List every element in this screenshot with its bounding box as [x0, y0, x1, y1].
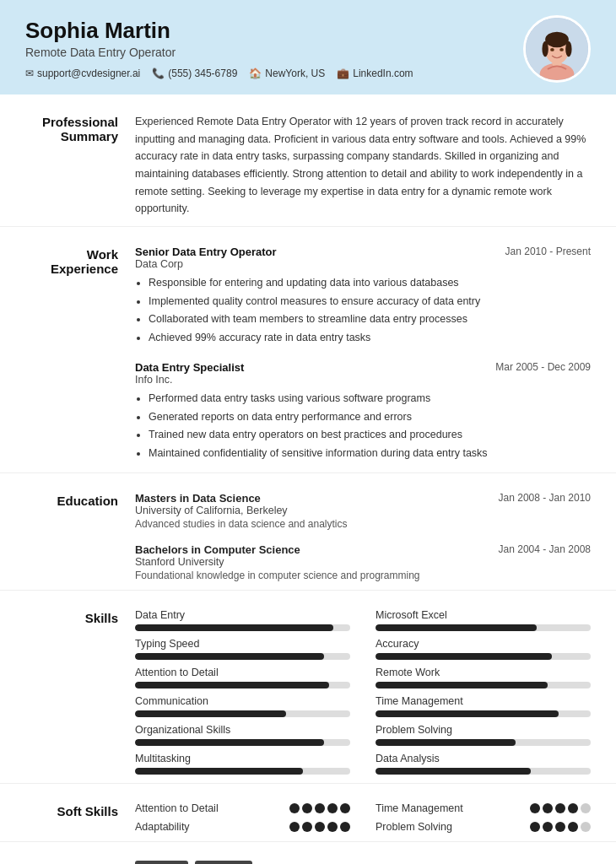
- soft-skill-name: Time Management: [376, 802, 463, 814]
- header-section: Sophia Martin Remote Data Entry Operator…: [0, 0, 616, 94]
- filled-dot: [568, 822, 578, 832]
- skill-item: Remote Work: [376, 667, 591, 688]
- soft-skill-item: Adaptability: [135, 821, 350, 833]
- job-bullets: Performed data entry tasks using various…: [135, 391, 591, 462]
- contact-text: (555) 345-6789: [168, 68, 237, 79]
- edu-desc: Advanced studies in data science and ana…: [135, 518, 591, 530]
- bullet-item: Trained new data entry operators on best…: [149, 427, 591, 443]
- skill-bar-bg: [376, 682, 591, 688]
- skill-bar-fill: [135, 624, 333, 631]
- filled-dot: [315, 803, 325, 813]
- soft-skill-dots: [289, 822, 350, 832]
- soft-skill-name: Attention to Detail: [135, 802, 219, 814]
- contact-icon: 💼: [337, 68, 349, 79]
- contact-text: support@cvdesigner.ai: [37, 68, 140, 79]
- filled-dot: [340, 822, 350, 832]
- skill-item: Communication: [135, 695, 350, 717]
- job-block: Senior Data Entry Operator Jan 2010 - Pr…: [135, 246, 591, 346]
- contact-item: 📞(555) 345-6789: [152, 68, 237, 79]
- skill-name: Communication: [135, 695, 350, 707]
- soft-skills-label: Soft Skills: [25, 802, 135, 833]
- svg-point-8: [559, 48, 564, 51]
- summary-content: Experienced Remote Data Entry Operator w…: [135, 113, 591, 218]
- skill-bar-bg: [135, 653, 350, 660]
- edu-date: Jan 2004 - Jan 2008: [499, 543, 591, 556]
- svg-point-7: [550, 48, 554, 51]
- skill-bar-fill: [135, 768, 303, 775]
- empty-dot: [581, 803, 591, 813]
- soft-skill-name: Problem Solving: [376, 821, 452, 833]
- soft-skills-content: Attention to Detail Time Management Adap…: [135, 802, 591, 833]
- filled-dot: [530, 822, 540, 832]
- skill-name: Attention to Detail: [135, 667, 350, 678]
- filled-dot: [289, 803, 300, 813]
- soft-skill-dots: [530, 803, 591, 813]
- skills-section: Skills Data Entry Microsoft Excel Typing…: [0, 591, 616, 784]
- summary-label: ProfessionalSummary: [25, 113, 135, 218]
- skill-name: Typing Speed: [135, 638, 350, 650]
- skill-item: Problem Solving: [376, 724, 591, 746]
- languages-section: Languages EnglishSpanish: [0, 842, 616, 864]
- skill-bar-fill: [135, 682, 329, 688]
- skill-bar-bg: [135, 710, 350, 717]
- skill-item: Time Management: [376, 695, 591, 717]
- language-tags: EnglishSpanish: [135, 861, 591, 864]
- experience-content: Senior Data Entry Operator Jan 2010 - Pr…: [135, 246, 591, 464]
- avatar: [523, 15, 591, 83]
- skill-item: Organizational Skills: [135, 724, 350, 746]
- contact-item: ✉support@cvdesigner.ai: [25, 68, 140, 79]
- experience-label: WorkExperience: [25, 246, 135, 464]
- skill-bar-fill: [376, 653, 552, 660]
- bullet-item: Implemented quality control measures to …: [149, 294, 591, 310]
- skill-name: Remote Work: [376, 667, 591, 678]
- edu-degree: Masters in Data Science: [135, 492, 261, 505]
- soft-skill-name: Adaptability: [135, 821, 190, 833]
- main-content: ProfessionalSummary Experienced Remote D…: [0, 94, 616, 864]
- summary-section: ProfessionalSummary Experienced Remote D…: [0, 94, 616, 227]
- bullet-item: Responsible for entering and updating da…: [149, 275, 591, 291]
- svg-point-5: [542, 41, 548, 57]
- languages-label: Languages: [25, 861, 135, 864]
- job-header: Senior Data Entry Operator Jan 2010 - Pr…: [135, 246, 591, 258]
- filled-dot: [568, 803, 578, 813]
- filled-dot: [302, 822, 312, 832]
- filled-dot: [555, 803, 565, 813]
- job-title: Data Entry Specialist: [135, 361, 244, 374]
- person-title: Remote Data Entry Operator: [25, 46, 413, 59]
- skill-bar-bg: [376, 653, 591, 660]
- filled-dot: [327, 803, 338, 813]
- language-tag: English: [135, 861, 188, 864]
- skill-name: Time Management: [376, 695, 591, 707]
- bullet-item: Generated reports on data entry performa…: [149, 409, 591, 425]
- filled-dot: [555, 822, 565, 832]
- job-date: Mar 2005 - Dec 2009: [495, 361, 591, 373]
- skill-item: Data Analysis: [376, 753, 591, 775]
- filled-dot: [315, 822, 325, 832]
- job-date: Jan 2010 - Present: [505, 246, 591, 257]
- filled-dot: [289, 822, 300, 832]
- contact-item: 💼LinkedIn.com: [337, 68, 413, 79]
- contact-icon: 🏠: [249, 68, 262, 79]
- edu-degree: Bachelors in Computer Science: [135, 543, 300, 556]
- filled-dot: [340, 803, 350, 813]
- job-company: Data Corp: [135, 258, 591, 270]
- skill-bar-bg: [135, 768, 350, 775]
- skill-item: Accuracy: [376, 638, 591, 660]
- filled-dot: [327, 822, 338, 832]
- skill-bar-bg: [376, 739, 591, 746]
- education-label: Education: [25, 492, 135, 581]
- skills-label: Skills: [25, 609, 135, 775]
- skill-bar-fill: [376, 739, 516, 746]
- skill-item: Microsoft Excel: [376, 609, 591, 631]
- edu-school: University of California, Berkeley: [135, 505, 591, 516]
- skill-bar-bg: [376, 710, 591, 717]
- skill-bar-fill: [135, 653, 324, 660]
- skill-name: Multitasking: [135, 753, 350, 764]
- skill-bar-bg: [376, 624, 591, 631]
- contact-icon: 📞: [152, 68, 165, 79]
- education-content: Masters in Data Science Jan 2008 - Jan 2…: [135, 492, 591, 581]
- skill-name: Organizational Skills: [135, 724, 350, 736]
- edu-block: Bachelors in Computer Science Jan 2004 -…: [135, 543, 591, 581]
- filled-dot: [530, 803, 540, 813]
- person-name: Sophia Martin: [25, 19, 413, 43]
